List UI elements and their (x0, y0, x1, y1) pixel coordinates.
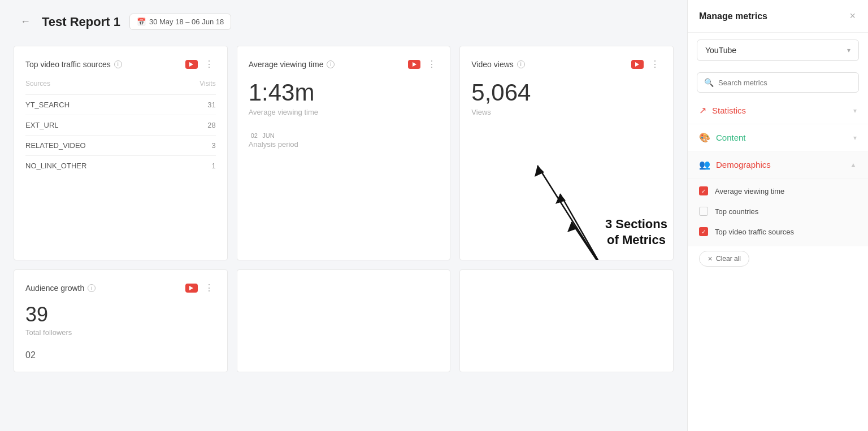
svg-marker-5 (567, 222, 577, 232)
more-options-views[interactable]: ⋮ (648, 58, 662, 71)
source-visits: 31 (207, 101, 215, 109)
demo-item-top-traffic[interactable]: Top video traffic sources (688, 221, 868, 242)
annotation-text: 3 Sectionsof Metrics (605, 216, 667, 249)
card-title-views: Video views (471, 60, 513, 69)
search-metrics-input[interactable] (718, 79, 852, 87)
metric-value-avg: 1:43m (249, 80, 439, 106)
card-empty-3 (459, 269, 674, 372)
checkbox-avg-viewing[interactable] (699, 186, 708, 195)
section-label-demographics: Demographics (716, 160, 771, 169)
source-name: NO_LINK_OTHER (25, 162, 86, 170)
card-title-avg: Average viewing time (249, 60, 324, 69)
clear-all-button[interactable]: ✕ Clear all (699, 251, 749, 267)
source-name: YT_SEARCH (25, 101, 70, 109)
sidebar-item-demographics[interactable]: 👥 Demographics ▲ (688, 151, 868, 179)
section-label-statistics: Statistics (712, 106, 746, 115)
card-audience-growth: Audience growth i ⋮ 39 Total followers 0… (14, 269, 228, 372)
youtube-icon-audience (185, 284, 198, 293)
sidebar-title: Manage metrics (699, 11, 767, 21)
cards-grid-bottom: Audience growth i ⋮ 39 Total followers 0… (0, 265, 687, 377)
date-range-text: 30 May 18 – 06 Jun 18 (149, 18, 224, 26)
table-header-row: Sources Visits (25, 80, 216, 90)
card-title-traffic: Top video traffic sources (25, 60, 111, 69)
youtube-dropdown[interactable]: YouTube ▾ (697, 40, 859, 61)
demographics-items: Average viewing time Top countries Top v… (688, 179, 868, 246)
info-icon-views[interactable]: i (517, 60, 525, 68)
clear-x-icon: ✕ (708, 255, 713, 263)
card-title-row: Video views i (471, 60, 524, 69)
chevron-down-icon: ▾ (847, 46, 850, 54)
sidebar-item-content[interactable]: 🎨 Content ▾ (688, 124, 868, 151)
demo-item-avg-viewing[interactable]: Average viewing time (688, 181, 868, 201)
date-number: 02 (251, 132, 258, 139)
checkbox-top-traffic[interactable] (699, 227, 708, 236)
section-left-statistics: ↗ Statistics (699, 105, 746, 116)
card-header: Average viewing time i ⋮ (249, 58, 439, 71)
card-title-row: Audience growth i (25, 284, 96, 293)
card-header: Video views i ⋮ (471, 58, 662, 71)
search-metrics-container: 🔍 (697, 72, 859, 93)
sidebar-header: Manage metrics × (688, 0, 868, 33)
card-title-row: Top video traffic sources i (25, 60, 122, 69)
card-actions: ⋮ (631, 58, 662, 71)
table-row: YT_SEARCH 31 (25, 94, 216, 115)
section-left-demographics: 👥 Demographics (699, 159, 771, 170)
info-icon-traffic[interactable]: i (114, 60, 122, 68)
col-sources: Sources (25, 80, 50, 88)
page-title: Test Report 1 (42, 15, 120, 29)
source-visits: 3 (211, 141, 215, 150)
metric-value-views: 5,064 (471, 80, 662, 106)
date-range-pill[interactable]: 📅 30 May 18 – 06 Jun 18 (129, 14, 231, 30)
sidebar: Manage metrics × YouTube ▾ 🔍 ↗ Statistic… (687, 0, 868, 431)
card-title-audience: Audience growth (25, 284, 84, 293)
table-row: EXT_URL 28 (25, 115, 216, 135)
back-button[interactable]: ← (18, 14, 33, 30)
card-empty-2 (237, 269, 451, 372)
section-left-content: 🎨 Content (699, 132, 746, 143)
metric-label-views: Views (471, 108, 662, 116)
table-row: RELATED_VIDEO 3 (25, 135, 216, 155)
youtube-icon-traffic (185, 60, 198, 69)
more-options-avg[interactable]: ⋮ (425, 58, 439, 71)
date-unit: Jun (262, 132, 274, 139)
metric-value-audience: 39 (25, 303, 216, 326)
search-icon: 🔍 (704, 78, 714, 87)
close-sidebar-button[interactable]: × (848, 9, 857, 23)
more-options-traffic[interactable]: ⋮ (202, 58, 216, 71)
metric-sublabel-avg: Analysis period (249, 140, 439, 149)
card-actions: ⋮ (408, 58, 439, 71)
checkbox-top-countries[interactable] (699, 207, 708, 216)
metric-date-avg: 02 Jun (249, 130, 439, 140)
card-header-audience: Audience growth i ⋮ (25, 281, 216, 294)
card-actions-audience: ⋮ (185, 281, 216, 294)
page-header: ← Test Report 1 📅 30 May 18 – 06 Jun 18 (0, 0, 687, 41)
youtube-icon-avg (408, 60, 420, 69)
source-name: RELATED_VIDEO (25, 141, 86, 150)
content-icon: 🎨 (699, 132, 710, 143)
demo-label-avg-viewing: Average viewing time (715, 187, 784, 195)
metric-label-avg: Average viewing time (249, 108, 439, 116)
youtube-icon-views (631, 60, 644, 69)
clear-all-label: Clear all (716, 255, 741, 263)
cards-grid-top: Top video traffic sources i ⋮ Sources Vi… (0, 41, 687, 265)
card-title-row: Average viewing time i (249, 60, 335, 69)
metric-label-audience: Total followers (25, 328, 216, 337)
section-label-content: Content (716, 133, 746, 142)
chevron-demographics: ▲ (850, 161, 857, 169)
info-icon-audience[interactable]: i (88, 284, 96, 292)
youtube-dropdown-value: YouTube (705, 46, 736, 55)
demo-item-top-countries[interactable]: Top countries (688, 201, 868, 221)
source-visits: 1 (211, 162, 215, 170)
demographics-icon: 👥 (699, 159, 710, 170)
col-visits: Visits (199, 80, 215, 88)
card-traffic-sources: Top video traffic sources i ⋮ Sources Vi… (14, 46, 228, 260)
annotation-area: 3 Sectionsof Metrics (605, 216, 667, 249)
statistics-icon: ↗ (699, 105, 706, 116)
more-options-audience[interactable]: ⋮ (202, 281, 216, 294)
demo-label-top-traffic: Top video traffic sources (715, 228, 794, 236)
chevron-content: ▾ (853, 134, 857, 142)
sidebar-item-statistics[interactable]: ↗ Statistics ▾ (688, 97, 868, 124)
card-actions: ⋮ (185, 58, 216, 71)
metric-sub-audience: 02 (25, 350, 216, 360)
info-icon-avg[interactable]: i (327, 60, 335, 68)
